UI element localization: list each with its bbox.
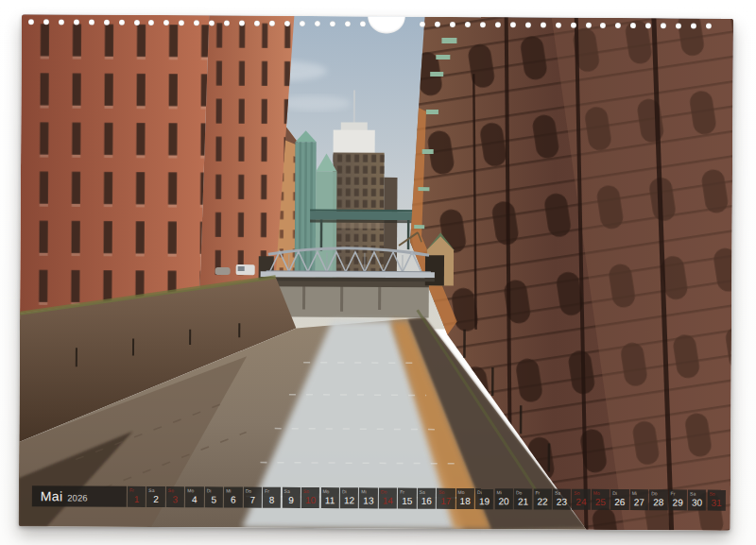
binding-hole bbox=[480, 22, 486, 27]
binding-hole bbox=[43, 19, 49, 25]
day-cell: Do21 bbox=[514, 488, 532, 509]
day-cell: Mi27 bbox=[630, 489, 648, 510]
day-number: 28 bbox=[649, 496, 667, 510]
day-number: 8 bbox=[263, 494, 281, 508]
day-cell: So3 bbox=[166, 486, 184, 507]
day-cell: Mo25 bbox=[592, 489, 610, 510]
binding-hole bbox=[28, 19, 34, 25]
day-cell: Sa9 bbox=[282, 487, 300, 508]
day-number: 9 bbox=[282, 494, 300, 508]
binding-hole bbox=[345, 21, 351, 26]
day-cell: So24 bbox=[572, 489, 590, 510]
day-cell: Mo18 bbox=[456, 488, 474, 509]
binding-hole bbox=[89, 20, 94, 26]
day-number: 11 bbox=[320, 494, 338, 508]
day-cell: Fr22 bbox=[533, 488, 551, 509]
day-number: 30 bbox=[688, 496, 706, 510]
day-number: 29 bbox=[668, 496, 686, 510]
day-cell: Sa2 bbox=[146, 486, 164, 507]
binding-hole bbox=[330, 21, 335, 26]
calendar-product-photo: Mai 2026 Fr1Sa2So3Mo4Di5Mi6Do7Fr8Sa9So10… bbox=[0, 0, 756, 545]
year-number: 2026 bbox=[67, 492, 87, 502]
binding-hole bbox=[104, 20, 110, 26]
binding-hole bbox=[495, 22, 501, 27]
day-number: 14 bbox=[379, 494, 397, 508]
day-cell: Sa30 bbox=[688, 489, 706, 510]
day-number: 7 bbox=[244, 494, 262, 508]
month-name: Mai bbox=[41, 488, 63, 503]
speicherstadt-canal-photo bbox=[19, 14, 733, 531]
binding-hole bbox=[284, 21, 290, 26]
day-cell: Sa16 bbox=[418, 488, 436, 509]
calendar-page: Mai 2026 Fr1Sa2So3Mo4Di5Mi6Do7Fr8Sa9So10… bbox=[19, 14, 733, 531]
binding-hole bbox=[706, 24, 712, 29]
day-number: 27 bbox=[630, 496, 648, 510]
day-cell: Fr29 bbox=[668, 489, 686, 510]
day-cell: Di12 bbox=[340, 487, 358, 508]
day-cell: Di5 bbox=[205, 486, 223, 507]
binding-hole bbox=[119, 20, 125, 26]
day-cell: Do7 bbox=[244, 487, 262, 508]
day-cell: Di19 bbox=[475, 488, 493, 509]
day-number: 25 bbox=[592, 496, 610, 510]
day-cell: Di26 bbox=[610, 489, 628, 510]
day-number: 12 bbox=[340, 494, 358, 508]
day-number: 20 bbox=[494, 495, 512, 509]
day-number: 3 bbox=[166, 493, 184, 507]
day-cell: Mi6 bbox=[224, 486, 242, 507]
binding-hole bbox=[541, 23, 546, 28]
day-cell: Fr1 bbox=[128, 486, 146, 507]
day-cell: Mi20 bbox=[494, 488, 512, 509]
day-number: 13 bbox=[359, 494, 377, 508]
binding-hole bbox=[254, 21, 260, 26]
day-number: 4 bbox=[185, 493, 203, 507]
day-cell: So10 bbox=[301, 487, 319, 508]
day-number: 23 bbox=[553, 496, 571, 510]
binding-hole bbox=[525, 22, 531, 27]
day-number: 17 bbox=[437, 495, 455, 509]
date-strip: Mai 2026 Fr1Sa2So3Mo4Di5Mi6Do7Fr8Sa9So10… bbox=[19, 485, 730, 511]
day-number: 26 bbox=[610, 496, 628, 510]
binding-hole bbox=[300, 21, 305, 26]
binding-hole bbox=[359, 21, 365, 26]
day-number: 19 bbox=[475, 495, 493, 509]
day-number: 10 bbox=[301, 494, 319, 508]
day-row: Fr1Sa2So3Mo4Di5Mi6Do7Fr8Sa9So10Mo11Di12M… bbox=[128, 486, 726, 511]
binding-hole bbox=[556, 23, 561, 28]
binding-hole bbox=[315, 21, 320, 26]
binding-hole bbox=[510, 22, 516, 27]
day-number: 2 bbox=[146, 493, 164, 507]
day-cell: Fr8 bbox=[263, 487, 281, 508]
day-cell: Mi13 bbox=[359, 487, 377, 508]
day-cell: Fr15 bbox=[398, 488, 416, 509]
binding-hole bbox=[133, 20, 139, 26]
binding-hole bbox=[585, 23, 591, 28]
day-cell: So17 bbox=[437, 488, 455, 509]
day-number: 5 bbox=[205, 493, 223, 507]
day-number: 15 bbox=[398, 495, 416, 509]
binding-hole bbox=[571, 23, 576, 28]
day-number: 6 bbox=[224, 493, 242, 507]
day-number: 1 bbox=[128, 493, 146, 507]
day-number: 24 bbox=[572, 496, 590, 510]
binding-hole bbox=[74, 19, 79, 25]
day-cell: Mo11 bbox=[320, 487, 338, 508]
day-cell: Do28 bbox=[649, 489, 667, 510]
day-number: 31 bbox=[707, 497, 725, 511]
day-cell: Mo4 bbox=[185, 486, 203, 507]
binding-hole bbox=[59, 19, 64, 25]
day-cell: Do14 bbox=[379, 487, 397, 508]
month-bar: Mai 2026 bbox=[32, 485, 127, 507]
day-number: 16 bbox=[418, 495, 436, 509]
day-number: 18 bbox=[456, 495, 474, 509]
day-cell: Sa23 bbox=[553, 489, 571, 510]
binding-hole bbox=[269, 21, 275, 26]
day-number: 21 bbox=[514, 495, 532, 509]
day-number: 22 bbox=[533, 495, 551, 509]
day-cell: So31 bbox=[707, 490, 725, 511]
